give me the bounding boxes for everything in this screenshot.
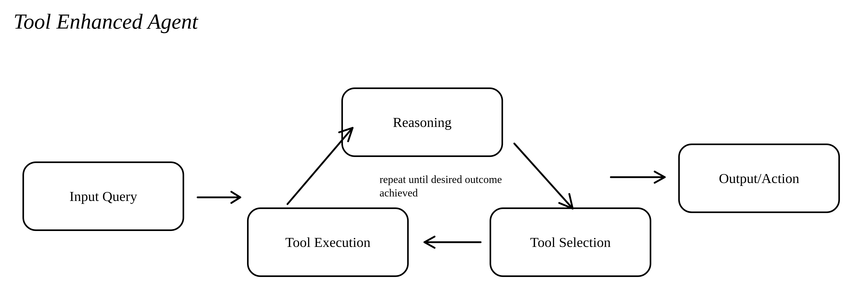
- diagram-title: Tool Enhanced Agent: [13, 9, 198, 34]
- node-reasoning: Reasoning: [341, 88, 503, 157]
- node-output-action: Output/Action: [678, 143, 840, 213]
- svg-line-10: [425, 237, 435, 242]
- svg-line-1: [231, 192, 240, 197]
- node-input-query: Input Query: [23, 162, 184, 231]
- loop-label: repeat until desired outcome achieved: [379, 173, 505, 200]
- arrow-input-to-loop: [195, 189, 254, 215]
- svg-line-13: [655, 172, 665, 177]
- arrow-loop-to-output: [609, 168, 676, 191]
- svg-line-6: [514, 143, 573, 209]
- node-tool-selection: Tool Selection: [490, 207, 651, 277]
- svg-line-2: [231, 197, 240, 203]
- svg-line-8: [569, 194, 573, 209]
- node-tool-execution: Tool Execution: [247, 207, 409, 277]
- svg-line-14: [655, 177, 665, 183]
- arrow-toolsel-to-toolexec: [418, 233, 485, 256]
- svg-line-11: [425, 242, 435, 248]
